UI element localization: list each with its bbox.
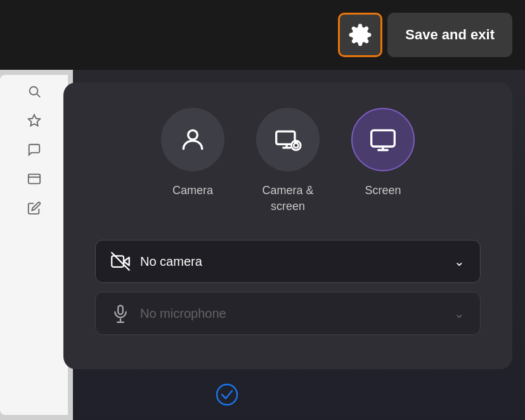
search-icon — [25, 82, 43, 100]
svg-point-11 — [295, 141, 297, 143]
screen-option[interactable]: Screen — [351, 108, 415, 214]
screen-label: Screen — [365, 183, 401, 199]
camera-label: Camera — [172, 183, 213, 199]
bottom-check-area — [216, 383, 238, 409]
browser-sidebar — [0, 70, 73, 420]
microphone-chevron-icon: ⌄ — [454, 306, 465, 321]
microphone-icon — [111, 304, 130, 323]
camera-dropdown[interactable]: No camera ⌄ — [95, 240, 481, 283]
svg-point-5 — [188, 130, 198, 140]
top-bar: Save and exit — [0, 0, 525, 70]
save-exit-button[interactable]: Save and exit — [387, 13, 512, 57]
microphone-dropdown[interactable]: No microphone ⌄ — [95, 292, 481, 335]
pencil-icon — [25, 199, 43, 217]
svg-rect-12 — [372, 130, 395, 147]
sidebar-inner — [0, 75, 68, 415]
svg-point-20 — [217, 384, 237, 405]
camera-screen-icon — [274, 126, 302, 154]
svg-rect-17 — [118, 306, 123, 315]
svg-point-0 — [29, 87, 37, 95]
browser-icon — [25, 170, 43, 188]
settings-gear-button[interactable] — [338, 13, 382, 57]
camera-screen-label: Camera &screen — [262, 183, 313, 214]
source-options: Camera Camera &screen — [95, 108, 481, 214]
no-camera-icon — [111, 252, 130, 271]
camera-chevron-icon: ⌄ — [454, 254, 465, 269]
svg-rect-3 — [28, 174, 39, 184]
screen-icon — [369, 126, 397, 154]
bookmark-icon — [25, 112, 43, 129]
modal-panel: Camera Camera &screen — [63, 82, 512, 369]
svg-line-1 — [37, 94, 40, 97]
camera-option[interactable]: Camera — [161, 108, 224, 214]
svg-marker-2 — [28, 115, 39, 126]
check-circle-icon — [216, 383, 238, 406]
gear-icon — [348, 23, 372, 47]
microphone-dropdown-text: No microphone — [140, 306, 444, 321]
camera-dropdown-text: No camera — [140, 254, 444, 269]
camera-screen-option[interactable]: Camera &screen — [256, 108, 320, 214]
camera-circle — [161, 108, 224, 171]
camera-person-icon — [179, 126, 207, 154]
camera-screen-circle — [256, 108, 320, 171]
screen-circle — [351, 108, 415, 171]
comment-icon — [25, 141, 43, 159]
svg-rect-15 — [112, 256, 124, 268]
